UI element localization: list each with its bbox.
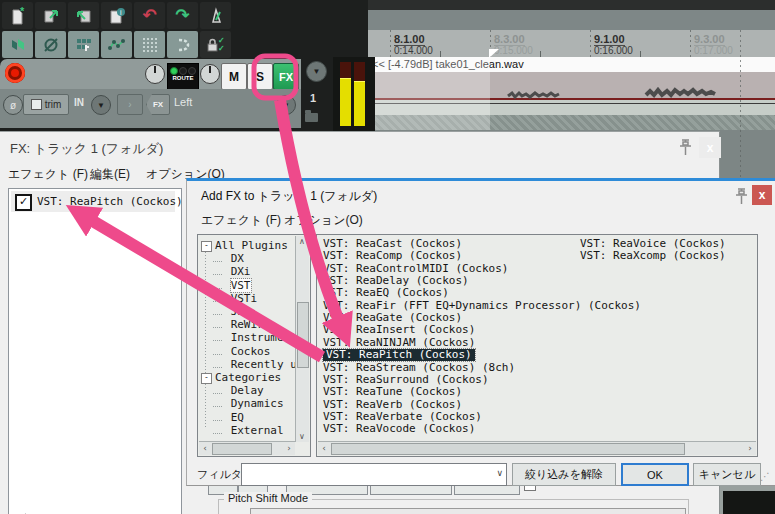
plugin-list-item[interactable]: VST: ReaVocode (Cockos) [323,423,475,435]
tree-item-label[interactable]: External [231,424,284,437]
plugin-list-item[interactable]: VST: ReaVerb (Cockos) [323,399,462,411]
tree-item-label[interactable]: Instruments [231,331,304,344]
plugin-category-tree[interactable]: -All Plugins DX DXi VST VSTi JS ReWire [197,234,311,457]
clear-filter-button[interactable]: 絞り込みを解除 [512,463,616,486]
fx-chain-item[interactable]: ✓ VST: ReaPitch (Cockos) [11,191,175,212]
expander-icon[interactable]: - [201,241,212,252]
envelope-points-icon[interactable] [101,31,132,58]
plugin-list-item[interactable]: VST: ReaTune (Cockos) [323,386,462,398]
metronome-icon[interactable] [200,2,231,29]
undo-icon[interactable]: ↶ [134,2,165,29]
scroll-right-icon[interactable]: › [283,442,295,454]
plugin-list-item[interactable]: VST: ReaComp (Cockos) [323,250,462,262]
plugin-list-item[interactable]: VST: ReaControlMIDI (Cockos) [323,263,508,275]
input-fx-badge[interactable]: FX [146,94,170,115]
fx-menu-edit[interactable]: 編集(E) [90,166,130,183]
plugin-list-item[interactable]: VST: ReaEQ (Cockos) [323,287,449,299]
solo-button[interactable]: S [247,63,273,90]
envelope-bypass-icon[interactable] [35,31,66,58]
save-project-icon[interactable] [68,2,99,29]
media-item-dark[interactable] [720,486,775,514]
scroll-left-icon[interactable]: ‹ [318,442,330,454]
pitch-mode-combo[interactable] [250,508,686,514]
addfx-menu-effect[interactable]: エフェクト (F) [201,212,281,229]
chevron-down-icon[interactable]: ∨ [496,468,503,478]
close-icon[interactable]: x [752,185,772,205]
tree-item[interactable]: DX [201,252,244,265]
plugin-list-item[interactable]: VST: ReaPitch (Cockos) [323,349,475,361]
plugin-list[interactable]: VST: ReaCast (Cockos)VST: ReaComp (Cocko… [316,234,758,457]
tree-item-label[interactable]: JS [231,305,244,318]
plugin-list-item[interactable]: VST: ReaGate (Cockos) [323,312,462,324]
tree-item[interactable]: EQ [201,411,244,424]
tree-item-label[interactable]: Categories [215,371,281,384]
tree-item[interactable]: Recently us [201,358,303,371]
tree-item[interactable]: External [201,424,284,437]
tree-item-label[interactable]: All Plugins [215,239,288,252]
scroll-up-icon[interactable]: ∧ [296,236,308,247]
folder-icon[interactable] [305,113,318,122]
scroll-left-icon[interactable]: ‹ [199,442,211,454]
scroll-down-icon[interactable]: ∨ [296,431,308,442]
pan-knob[interactable] [200,64,220,84]
fx-enable-checkbox[interactable]: ✓ [15,194,32,211]
plugin-list-item[interactable]: VST: ReaVoice (Cockos) [580,238,726,250]
cancel-button[interactable]: キャンセル [693,463,761,486]
volume-knob[interactable] [145,64,165,84]
redo-icon[interactable]: ↷ [167,2,198,29]
ripple-edit-icon[interactable] [167,31,198,58]
tree-item-label[interactable]: VSTi [231,292,258,305]
tree-item[interactable]: VSTi [201,292,257,305]
plugin-list-item[interactable]: VST: ReaStream (Cockos) (8ch) [323,362,515,374]
plugin-list-item[interactable]: VST: ReaXcomp (Cockos) [580,250,726,262]
tree-item[interactable]: VST [201,279,251,292]
tree-item-label[interactable]: VST [231,279,251,292]
grid-lines-icon[interactable] [134,31,165,58]
fx-chain-list[interactable]: ✓ VST: ReaPitch (Cockos) [8,188,182,514]
tree-item[interactable]: Delay [201,384,264,397]
open-project-icon[interactable] [35,2,66,29]
tree-item[interactable]: ReWire [201,318,270,331]
locking-icon[interactable]: ✓✓ [200,31,231,58]
fx-menu-effect[interactable]: エフェクト (F) [8,166,88,183]
project-info-icon[interactable]: i [101,2,132,29]
tree-horizontal-scrollbar[interactable]: ‹ › [199,441,295,455]
tree-item[interactable]: -All Plugins [201,239,288,252]
input-dropdown[interactable]: ▼ [91,95,111,115]
ok-button[interactable]: OK [621,463,689,486]
tree-item[interactable]: DXi [201,265,251,278]
mute-button[interactable]: M [221,63,247,90]
tree-item-label[interactable]: Dynamics [231,397,284,410]
addfx-menu-option[interactable]: オプション(O) [284,212,363,229]
plugin-list-item[interactable]: VST: ReaNINJAM (Cockos) [323,337,475,349]
fx-chain-item-label[interactable]: VST: ReaPitch (Cockos) [37,195,183,208]
plugin-horizontal-scrollbar[interactable]: ‹ › [318,441,756,455]
tree-item[interactable]: Dynamics [201,397,284,410]
tree-item[interactable]: JS [201,305,244,318]
track-dropdown[interactable]: ▼ [306,61,327,82]
fx-button[interactable]: FX [273,63,299,90]
tree-item[interactable]: Instruments [201,331,303,344]
close-icon[interactable]: x [699,137,721,158]
plugin-list-item[interactable]: VST: ReaFir (FFT EQ+Dynamics Processor) … [323,300,641,312]
tree-item-label[interactable]: Delay [231,384,264,397]
record-arm-button[interactable] [5,63,25,83]
grid-snap-icon[interactable] [68,31,99,58]
pin-icon[interactable] [733,187,750,207]
tree-item-label[interactable]: DXi [231,265,251,278]
send-arrow-button[interactable]: › [117,94,143,115]
edit-cursor-flag[interactable] [489,49,499,58]
expander-icon[interactable]: - [201,373,212,384]
track-background[interactable] [368,10,775,30]
plugin-list-item[interactable]: VST: ReaCast (Cockos) [323,238,462,250]
tree-item[interactable]: Cockos [201,345,270,358]
tree-item-label[interactable]: ReWire [231,318,271,331]
item-grouping-icon[interactable] [2,31,33,58]
tree-item[interactable]: -Categories [201,371,281,384]
recinput-dropdown[interactable]: ▼ [276,95,296,115]
trim-envelope-button[interactable]: trim [23,94,69,115]
tree-vertical-scrollbar[interactable]: ∧ ∨ [295,236,309,442]
route-button[interactable]: ROUTE [167,63,199,90]
plugin-list-item[interactable]: VST: ReaDelay (Cockos) [323,275,469,287]
plugin-list-item[interactable]: VST: ReaInsert (Cockos) [323,324,475,336]
